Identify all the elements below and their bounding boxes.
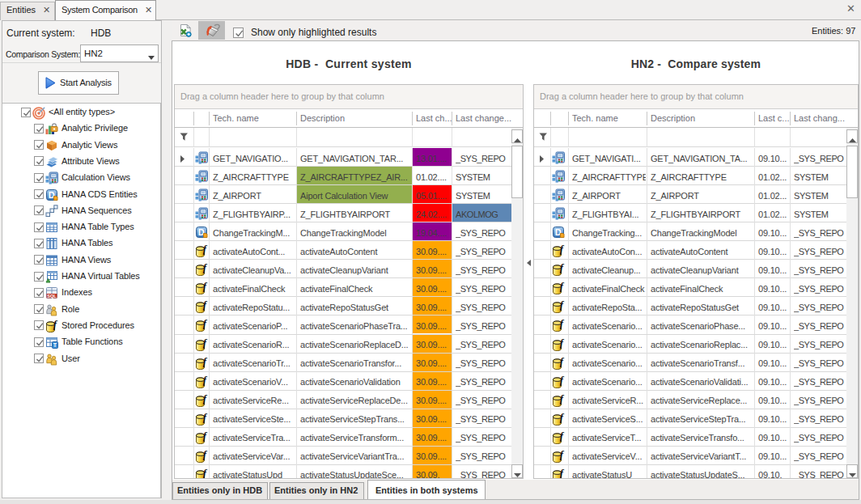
svg-text:f: f xyxy=(203,338,208,349)
svg-text:f: f xyxy=(203,431,208,442)
svg-text:f: f xyxy=(560,450,565,460)
svg-text:f: f xyxy=(560,244,565,255)
svg-text:T: T xyxy=(53,342,57,348)
svg-text:f: f xyxy=(203,468,208,479)
svg-text:f: f xyxy=(203,413,208,423)
svg-text:f: f xyxy=(203,244,208,255)
svg-text:SQL: SQL xyxy=(47,294,57,299)
svg-text:f: f xyxy=(560,338,565,349)
svg-text:f: f xyxy=(560,431,565,442)
svg-text:f: f xyxy=(560,319,565,329)
svg-text:f: f xyxy=(203,357,208,367)
svg-text:f: f xyxy=(560,413,565,423)
svg-text:f: f xyxy=(560,263,565,273)
svg-text:f: f xyxy=(53,320,58,330)
svg-text:f: f xyxy=(560,357,565,367)
svg-text:f: f xyxy=(203,319,208,329)
svg-text:f: f xyxy=(203,263,208,273)
svg-text:f: f xyxy=(203,282,208,292)
svg-text:f: f xyxy=(560,282,565,292)
svg-text:f: f xyxy=(560,394,565,404)
svg-text:f: f xyxy=(203,375,208,386)
svg-text:f: f xyxy=(560,468,565,479)
svg-text:f: f xyxy=(203,300,208,311)
svg-text:f: f xyxy=(560,300,565,311)
svg-text:f: f xyxy=(203,450,208,460)
svg-text:f: f xyxy=(203,394,208,404)
svg-text:f: f xyxy=(560,375,565,386)
